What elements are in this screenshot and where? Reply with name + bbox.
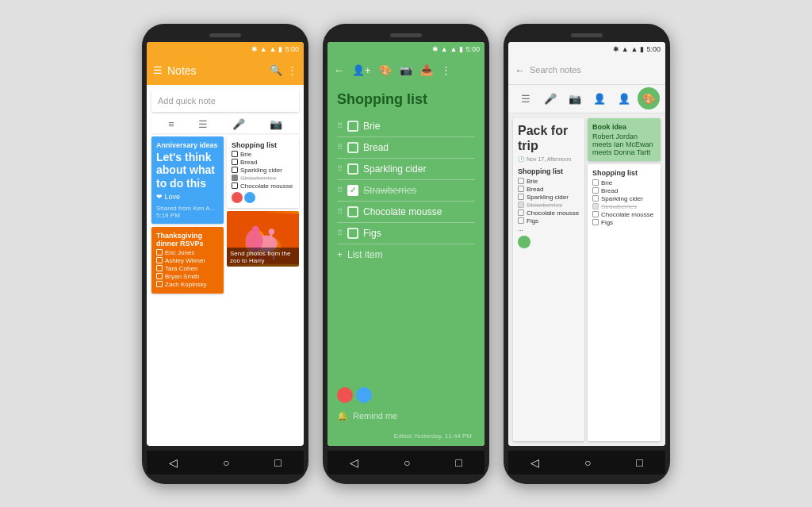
remind-icon: 🔔 [337,411,348,421]
mic-icon[interactable]: 🎤 [232,118,245,130]
shopping-title-1: Shopping list [232,141,294,149]
collab-icon[interactable]: 👤+ [352,64,371,76]
status-bar-2: ✱ ▲ ▲ ▮ 5:00 [327,42,485,56]
drag-handle-1: ⠿ [337,121,343,130]
appbar-2: ← 👤+ 🎨 📷 📥 ⋮ [327,56,485,85]
back-icon-2[interactable]: ← [334,64,344,76]
recents-btn-2[interactable]: □ [455,456,462,469]
nav-bar-2: ◁ ○ □ [327,451,485,474]
p3-content: Pack for trip 🕐Nov 17, Afternoon Shoppin… [508,113,665,446]
p3-s2-item-3: Sparkling cider [592,195,656,202]
palette-icon[interactable]: 🎨 [379,64,392,76]
book-note[interactable]: Book idea Robert Jordan meets Ian McEwan… [588,118,661,161]
anniversary-body: Let's think about what to do this [156,151,219,190]
camera-tool[interactable]: 📷 [564,87,586,109]
notes-col-2: Shopping list Brie Bread Sparkling cider… [227,136,299,446]
back-icon-3[interactable]: ← [515,64,525,76]
archive-icon[interactable]: 📥 [420,64,433,76]
p2-item-1[interactable]: ⠿ Brie [337,116,475,137]
p2-item-6[interactable]: ⠿ Figs [337,223,475,244]
list-tool[interactable]: ☰ [515,87,537,109]
p3-shopping-heading: Shopping list [518,167,580,175]
svg-rect-8 [270,230,273,240]
recents-btn-3[interactable]: □ [636,456,642,469]
rsvp-item-4: Bryan Smith [156,273,219,280]
drag-handle-3: ⠿ [337,164,343,173]
p3-s2-item-1: Brie [592,179,656,186]
anniversary-title: Anniversary ideas [156,141,219,149]
add-item-row[interactable]: + List item [337,244,475,265]
edited-label: Edited Yesterday, 11:44 PM [337,429,475,443]
camera-icon[interactable]: 📷 [270,118,282,130]
back-btn-1[interactable]: ◁ [169,456,178,469]
p3-s2-item-6: Figs [592,219,656,226]
speaker-3 [571,33,603,37]
quick-note[interactable]: Add quick note [151,90,299,112]
home-btn-2[interactable]: ○ [404,456,410,469]
p2-title: Shopping list [337,91,475,108]
p2-item-3[interactable]: ⠿ Sparkling cider [337,159,475,180]
cb-3[interactable] [347,163,358,175]
more-icon-2[interactable]: ⋮ [441,64,451,76]
time-3: 5:00 [646,45,661,53]
p3-shop-note-2[interactable]: Shopping list Brie Bread Sparkling cider… [588,164,661,441]
search-box[interactable]: Search notes [530,65,659,75]
item-label-2: Bread [363,142,389,153]
screen-3: ✱ ▲ ▲ ▮ 5:00 ← Search notes ☰ 🎤 📷 👤 👤 🎨 … [508,42,665,446]
person-tool-2[interactable]: 👤 [613,87,635,109]
home-btn-3[interactable]: ○ [584,456,591,469]
back-btn-3[interactable]: ◁ [530,456,539,469]
person-tool-1[interactable]: 👤 [588,87,611,109]
recents-btn-1[interactable]: □ [274,456,281,469]
svg-rect-7 [255,229,257,241]
item-label-3: Sparkling cider [363,163,426,175]
p2-item-5[interactable]: ⠿ Chocolate mousse [337,202,475,223]
camera-icon-2[interactable]: 📷 [400,64,412,76]
status-bar-3: ✱ ▲ ▲ ▮ 5:00 [508,42,665,56]
phone-2: ✱ ▲ ▲ ▮ 5:00 ← 👤+ 🎨 📷 📥 ⋮ Shopping list … [323,24,489,484]
p3-avatar [518,236,530,248]
p3-s2-item-4: Strawberries [592,203,656,210]
p3-shop-title-2: Shopping list [592,169,656,177]
mic-tool[interactable]: 🎤 [539,87,561,109]
cb-1[interactable] [347,121,358,132]
remind-row[interactable]: 🔔 Remind me [337,406,475,426]
home-btn-1[interactable]: ○ [223,456,229,469]
drag-handle-2: ⠿ [337,143,343,152]
cb-4[interactable]: ✓ [347,185,358,196]
search-icon-1[interactable]: 🔍 [270,64,282,76]
app-title-1: Notes [167,64,265,77]
palette-tool[interactable]: 🎨 [638,87,660,109]
more-icon-1[interactable]: ⋮ [287,64,297,76]
speaker-1 [209,33,241,37]
shop-item-1: Brie [232,151,294,158]
wifi-icon-3: ▲ [631,45,638,53]
battery-icon: ▮ [278,45,282,53]
back-btn-2[interactable]: ◁ [350,456,358,469]
menu-icon[interactable]: ☰ [153,64,163,76]
cb-2[interactable] [347,142,358,153]
flamingo-caption: Send photos from the zoo to Harry [227,248,299,267]
anniversary-note[interactable]: Anniversary ideas Let's think about what… [151,136,224,224]
flamingo-note[interactable]: Send photos from the zoo to Harry [227,211,299,267]
text-icon[interactable]: ≡ [168,118,174,130]
thanksgiving-note[interactable]: Thanksgiving dinner RSVPs Eric Jones Ash… [151,227,224,294]
cb-5[interactable] [347,206,358,217]
p2-item-2[interactable]: ⠿ Bread [337,137,475,159]
quick-note-placeholder: Add quick note [158,96,216,106]
avatar-p2-2 [356,387,372,403]
note-toolbar: ≡ ☰ 🎤 📷 [151,115,299,133]
p2-item-4[interactable]: ⠿ ✓ Strawberries [337,180,475,202]
item-label-4: Strawberries [363,185,416,196]
cb-6[interactable] [347,228,358,239]
wifi-icon-2: ▲ [450,45,458,53]
drag-handle-6: ⠿ [337,229,343,237]
pack-date: 🕐Nov 17, Afternoon [518,156,580,163]
p2-footer: 🔔 Remind me Edited Yesterday, 11:44 PM [327,382,485,446]
pack-note[interactable]: Pack for trip 🕐Nov 17, Afternoon Shoppin… [513,118,584,441]
list-icon[interactable]: ☰ [198,118,208,130]
screen-1: ✱ ▲ ▲ ▮ 5:00 ☰ Notes 🔍 ⋮ Add quick note … [147,42,304,446]
rsvp-item-1: Eric Jones [156,249,219,256]
shopping-note-1[interactable]: Shopping list Brie Bread Sparkling cider… [227,136,299,208]
bt-icon-2: ✱ [432,45,439,53]
